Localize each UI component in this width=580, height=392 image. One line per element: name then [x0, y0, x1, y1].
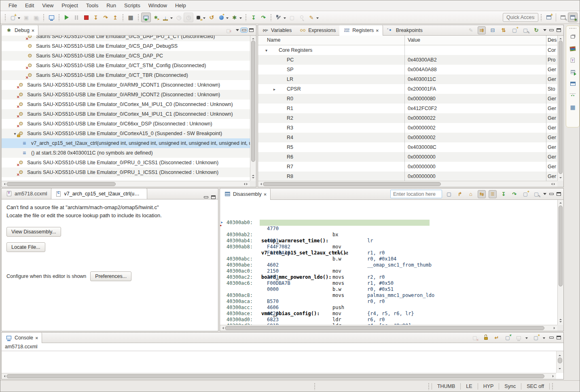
register-row[interactable]: R3 0x00000002 Ger	[258, 123, 557, 133]
register-row[interactable]: PC 0x40300AB2 Pro	[258, 55, 557, 65]
console-horizontal-scrollbar[interactable]	[2, 373, 556, 379]
view-menu-icon[interactable]	[236, 29, 239, 33]
target-config-view-icon[interactable]	[569, 56, 577, 64]
debug-tree-item[interactable]: Sauris SAU-XDS510-USB Lite Emulator_0/Co…	[2, 100, 250, 109]
scroll-thumb[interactable]	[6, 374, 544, 378]
debug-tree-item[interactable]: Sauris SAU-XDS510-USB Lite Emulator_0/CS…	[2, 41, 250, 51]
open-perspective-button[interactable]	[544, 13, 554, 22]
registers-vertical-scrollbar[interactable]	[557, 36, 563, 181]
register-row[interactable]: R4 0x00000002 Ger	[258, 133, 557, 142]
scripting-view-icon[interactable]	[569, 68, 577, 76]
new-button[interactable]	[8, 13, 18, 22]
suspend-button[interactable]	[72, 13, 81, 22]
maximize-icon[interactable]	[249, 28, 254, 32]
tab-debug[interactable]: Debug	[2, 25, 38, 36]
display-selected-console-button[interactable]	[514, 334, 523, 342]
register-row[interactable]: LR 0x4030011C Ger	[258, 74, 557, 84]
console-output-area[interactable]	[2, 351, 556, 373]
home-pc-button[interactable]	[467, 190, 475, 198]
close-icon[interactable]	[32, 28, 35, 33]
debug-tree-item[interactable]: Sauris SAU-XDS510-USB Lite Emulator_0/PR…	[2, 158, 250, 167]
step-over-button[interactable]	[101, 13, 110, 22]
register-value[interactable]: 0x4030011C	[408, 76, 436, 82]
terminate-button[interactable]	[81, 13, 91, 22]
disassembly-horizontal-scrollbar[interactable]	[220, 325, 557, 331]
ccs-edit-perspective-button[interactable]	[558, 13, 568, 22]
close-icon[interactable]	[376, 28, 379, 33]
tab-variables[interactable]: Variables	[258, 25, 295, 36]
scroll-thumb[interactable]	[263, 182, 441, 186]
restart-button[interactable]	[216, 13, 226, 22]
register-row[interactable]: R8 0x00000000 Ger	[258, 172, 557, 181]
debug-button[interactable]	[230, 13, 239, 22]
disassembly-line[interactable]: 40300ab8: F010BA36 b.w __omap_smc1_from_…	[220, 232, 557, 238]
register-row[interactable]: R7 0x00000000 Ger	[258, 162, 557, 172]
pin-view-button[interactable]	[521, 26, 529, 34]
debug-tree-item[interactable]: Sauris SAU-XDS510-USB Lite Emulator_0/PR…	[2, 167, 250, 177]
new-registers-view-button[interactable]	[510, 26, 519, 34]
tab-registers[interactable]: Registers	[339, 25, 383, 36]
connect-target-button[interactable]	[193, 13, 203, 22]
word-wrap-button[interactable]	[493, 334, 501, 342]
menu-item[interactable]: Scripts	[120, 1, 144, 10]
tab-source-file[interactable]: v7_arch_cp15_set_l2aux_ctrl(unsigned int…	[51, 188, 147, 199]
disassembly-line[interactable]: v7_arch_cp15_set_l2aux_ctrl():	[220, 214, 557, 220]
debug-tree-item[interactable]: Sauris SAU-XDS510-USB Lite Emulator_0/Co…	[2, 129, 250, 138]
minimize-icon[interactable]	[549, 29, 554, 31]
memory-table-view-icon[interactable]	[569, 103, 577, 111]
debug-tree-item[interactable]: Sauris SAU-XDS510-USB Lite Emulator_0/C6…	[2, 119, 250, 129]
menu-item[interactable]: View	[38, 1, 57, 10]
register-value[interactable]: 0x004A0A88	[408, 67, 437, 72]
menu-item[interactable]: Edit	[21, 1, 38, 10]
connect-dropdown-icon[interactable]	[203, 17, 205, 20]
debug-tree-item[interactable]: () at start.S:208 0x4030011C (no symbols…	[2, 148, 250, 158]
menu-item[interactable]: Tools	[82, 1, 102, 10]
disassembly-line[interactable]: 40300ab0: 4770 bx lr	[220, 208, 557, 214]
clear-console-button[interactable]	[471, 334, 479, 342]
new-terminal-button[interactable]	[47, 13, 56, 22]
register-row[interactable]: R2 0x00000022 Ger	[258, 113, 557, 123]
view-disassembly-button[interactable]: View Disassembly...	[6, 227, 61, 237]
asm-step-into-button[interactable]	[500, 190, 508, 198]
register-row[interactable]: Core Registers Cor	[258, 45, 557, 55]
register-row[interactable]: R0 0x00000080 Ger	[258, 94, 557, 104]
quick-access-input[interactable]	[503, 13, 538, 22]
pin-console-button[interactable]	[504, 334, 512, 342]
expander-icon[interactable]	[271, 87, 277, 91]
debug-dropdown-icon[interactable]	[239, 17, 242, 20]
console-dropdown-icon[interactable]	[525, 337, 528, 340]
minimize-icon[interactable]	[242, 29, 246, 31]
connections-view-icon[interactable]	[569, 91, 577, 100]
scroll-thumb[interactable]	[558, 358, 562, 363]
pin-view-button[interactable]	[532, 190, 540, 198]
scroll-thumb[interactable]	[225, 326, 544, 330]
tab-disassembly[interactable]: Disassembly	[220, 189, 271, 200]
maximize-icon[interactable]	[211, 195, 216, 199]
view-menu-icon[interactable]	[543, 29, 546, 33]
register-value[interactable]: 0x412FC0F2	[408, 106, 437, 111]
location-input[interactable]	[390, 190, 442, 198]
open-console-dropdown-icon[interactable]	[543, 337, 545, 340]
step-return-button[interactable]	[110, 13, 120, 22]
disassembly-vertical-scrollbar[interactable]	[557, 200, 563, 325]
register-value[interactable]: 0x00000000	[408, 174, 436, 179]
reset-button[interactable]	[207, 13, 216, 22]
scroll-thumb[interactable]	[6, 182, 116, 186]
register-value[interactable]: 0x00000000	[408, 154, 436, 160]
tab-breakpoints[interactable]: Breakpoints	[383, 25, 426, 36]
profile-clock-button[interactable]	[174, 13, 184, 22]
register-value[interactable]: 0x40300AB2	[408, 57, 437, 63]
maximize-icon[interactable]	[557, 336, 561, 339]
debug-tree-item[interactable]: Sauris SAU-XDS510-USB Lite Emulator_0/CS…	[2, 36, 250, 41]
minimize-icon[interactable]	[549, 337, 554, 339]
edit-register-button[interactable]	[467, 26, 475, 34]
column-name[interactable]: Name	[267, 37, 280, 43]
register-value[interactable]: 0x00000000	[408, 164, 436, 170]
register-row[interactable]: R1 0x412FC0F2 Ger	[258, 104, 557, 113]
open-console-button[interactable]	[532, 334, 540, 342]
debug-tree-item[interactable]: Sauris SAU-XDS510-USB Lite Emulator_0/AR…	[2, 80, 250, 90]
menu-item[interactable]: Project	[57, 1, 82, 10]
register-value[interactable]: 0x00000080	[408, 96, 436, 102]
resume-button[interactable]	[62, 13, 72, 22]
locate-file-button[interactable]: Locate File...	[6, 242, 45, 252]
